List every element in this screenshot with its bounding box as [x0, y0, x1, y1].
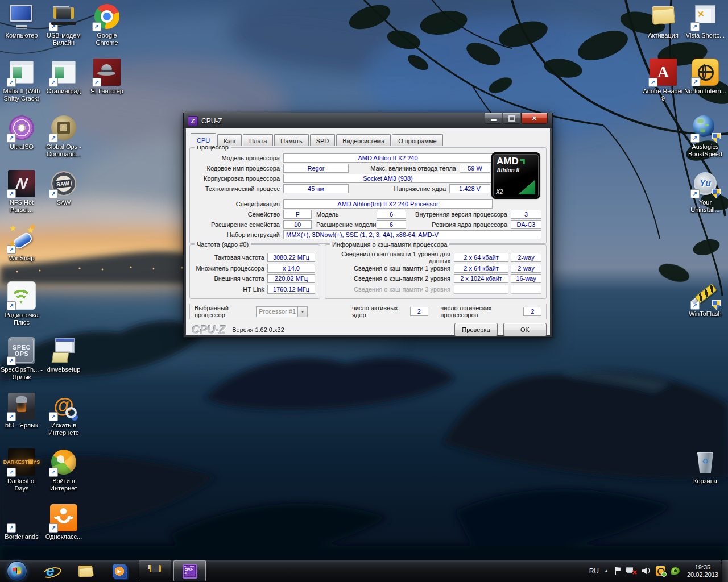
norton-tray-icon[interactable]	[656, 566, 665, 576]
clock-row: Множитель процессора x 14.0	[195, 264, 315, 273]
desktop-icon[interactable]: Корзина	[684, 448, 727, 504]
titlebar[interactable]: Z CPU-Z ✕	[184, 113, 552, 128]
desktop-icon[interactable]: Однокласс...	[42, 504, 85, 560]
desktop-icon[interactable]: Войти в Интернет	[42, 448, 85, 504]
shortcut-arrow-icon	[49, 468, 58, 477]
model-field: 6	[377, 210, 406, 219]
uac-shield-icon	[712, 300, 721, 310]
taskbar-item-media-player[interactable]	[102, 560, 136, 582]
tab[interactable]: Память	[274, 134, 308, 146]
tab[interactable]: О программе	[392, 134, 442, 146]
technology-label: Технологический процесс	[195, 185, 283, 192]
clock-date: 20.02.2013	[687, 571, 718, 579]
shortcut-arrow-icon	[690, 301, 700, 310]
desktop-icon[interactable]: Borderlands	[0, 504, 43, 560]
taskbar-item-internet-explorer[interactable]	[34, 560, 68, 582]
desktop-icon[interactable]: bf3 - Ярлык	[0, 393, 43, 448]
desktop-icon-label: bf3 - Ярлык	[5, 422, 38, 429]
window-controls: ✕	[484, 113, 548, 124]
processor-select[interactable]: Processor #1 ▼	[256, 306, 308, 317]
desktop-icon[interactable]: SAW	[42, 170, 85, 226]
shortcut-arrow-icon	[7, 134, 16, 143]
desktop-icon-column-left-3: Google Chrome Я, Гангстер	[85, 3, 129, 114]
shortcut-arrow-icon	[49, 189, 58, 198]
spec-label: Спецификация	[195, 201, 283, 207]
language-indicator[interactable]: RU	[589, 567, 599, 575]
show-desktop-button[interactable]	[721, 560, 728, 582]
desktop-icon[interactable]: Mafia II (With Shitty Crack)	[0, 59, 43, 114]
taskbar-item-usb-modem[interactable]	[139, 560, 171, 581]
desktop-icon-label: Радиоточка Плюс	[0, 311, 43, 326]
desktop-icon[interactable]: Global Ops - Command...	[42, 114, 85, 170]
desktop-icon[interactable]: Norton Intern...	[684, 59, 727, 114]
extfamily-field: 10	[283, 220, 312, 229]
desktop-icon[interactable]: Darkest of Days	[0, 448, 43, 504]
yu-icon	[692, 170, 719, 197]
desktop-icon[interactable]: Google Chrome	[85, 3, 129, 59]
tab[interactable]: CPU	[191, 133, 216, 146]
taskbar-item-windows-explorer[interactable]	[68, 560, 102, 582]
volume-icon[interactable]	[642, 567, 651, 575]
nvidia-tray-icon[interactable]	[671, 567, 680, 575]
tab[interactable]: Кэш	[217, 134, 242, 146]
desktop-icon[interactable]: Активация	[642, 3, 685, 59]
desktop-icon-label: Google Chrome	[85, 32, 129, 47]
desktop-icon[interactable]: Your Uninstall...	[684, 170, 727, 226]
desktop-icon[interactable]: dxwebsetup	[42, 337, 85, 393]
desktop-icon[interactable]: Радиоточка Плюс	[0, 281, 43, 337]
cache-row: Сведения о кэш-памяти 2 уровня 2 x 1024 …	[330, 274, 541, 283]
validate-button[interactable]: Проверка	[454, 323, 498, 336]
desktop-icon-label: Vista Shortc...	[686, 32, 725, 39]
desktop-icon[interactable]: SpecOpsTh... - Ярлык	[0, 337, 43, 393]
hidden-icons-button[interactable]: ▲	[604, 568, 609, 573]
ok-button[interactable]: OK	[503, 323, 547, 336]
clock-row: Внешняя частота 220.02 МГц	[195, 274, 315, 283]
maximize-button[interactable]	[503, 113, 520, 124]
shortcut-arrow-icon	[7, 189, 16, 198]
family-label: Семейство	[195, 211, 283, 218]
start-button[interactable]	[7, 561, 27, 581]
desktop-icon[interactable]: Компьютер	[0, 3, 43, 59]
desktop-icon[interactable]: Искать в Интернете	[42, 393, 85, 448]
desktop-icon[interactable]: WinSnap	[0, 226, 43, 281]
desktop-icon-label: Darkest of Days	[0, 477, 43, 492]
uac-shield-icon	[712, 133, 721, 143]
action-center-icon[interactable]	[614, 567, 621, 575]
desktop-icon[interactable]: USB-модем Билайн	[42, 3, 85, 59]
tab-strip-line	[189, 146, 547, 146]
desktop-icon[interactable]: WinToFlash	[684, 281, 727, 337]
tab[interactable]: Плата	[243, 134, 273, 146]
cpuz-logo: CPU-Z	[192, 323, 225, 336]
taskbar-item-cpuz[interactable]: CPU-Z	[173, 560, 206, 581]
shortcut-arrow-icon	[7, 356, 16, 365]
network-error-icon[interactable]	[626, 567, 636, 575]
desktop-icon[interactable]: Auslogics BoostSpeed	[684, 114, 727, 170]
shortcut-arrow-icon	[49, 523, 58, 533]
shortcut-arrow-icon	[648, 78, 657, 87]
shortcut-arrow-icon	[7, 301, 16, 310]
usb-modem-icon	[147, 565, 163, 577]
clock-row: Тактовая частота 3080.22 МГц	[195, 253, 315, 262]
desktop-icon[interactable]: UltraISO	[0, 114, 43, 170]
desktop-icon-column-right-2: Vista Shortc... Norton Intern... Auslogi…	[684, 3, 727, 504]
tab[interactable]: Видеосистема	[336, 134, 391, 146]
voltage-label: Напряжение ядра	[349, 185, 449, 192]
gangster-icon	[93, 59, 121, 86]
desktop-icon[interactable]: NFS Hot Pursui...	[0, 170, 43, 226]
tab[interactable]: SPD	[310, 134, 336, 146]
winsnap-icon	[8, 226, 35, 253]
minimize-button[interactable]	[485, 113, 502, 124]
shortcut-arrow-icon	[7, 412, 16, 421]
extmodel-label: Расширение модели	[312, 221, 377, 228]
technology-field: 45 нм	[283, 184, 349, 193]
clock[interactable]: 19:35 20.02.2013	[687, 564, 718, 579]
desktop-icon[interactable]: Vista Shortc...	[684, 3, 727, 59]
close-button[interactable]: ✕	[521, 113, 548, 124]
desktop-icon-label: Активация	[648, 32, 679, 39]
desktop-icon[interactable]: Сталинград	[42, 59, 85, 114]
desktop-icon[interactable]: Adobe Reader 9	[642, 59, 685, 114]
family-field: F	[283, 210, 312, 219]
desktop-icon[interactable]: Я, Гангстер	[85, 59, 129, 114]
dxweb-icon	[50, 337, 77, 364]
desktop-icon-label: WinSnap	[9, 255, 35, 262]
